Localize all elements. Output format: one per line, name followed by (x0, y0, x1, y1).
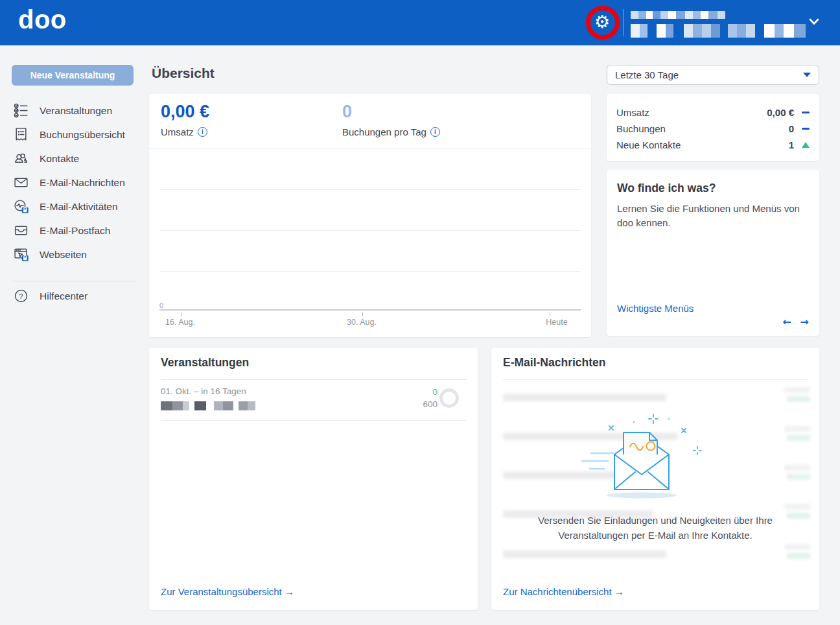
sidebar-item-kontakte[interactable]: Kontakte (0, 147, 149, 171)
messages-overview-link[interactable]: Zur Nachrichtenübersicht → (503, 586, 624, 597)
prev-arrow-icon[interactable]: ← (782, 316, 791, 328)
event-progress-donut (439, 388, 459, 408)
x-axis-tick (362, 312, 363, 316)
ghost-badge (784, 544, 810, 559)
sidebar-item-label: E-Mail-Nachrichten (40, 177, 125, 189)
revenue-chart-card: 0,00 € Umsatz i 0 Buchungen pro Tag i 0 … (149, 94, 591, 337)
redacted-event-name[interactable] (161, 401, 255, 410)
stat-row-umsatz: Umsatz 0,00 € (616, 104, 810, 121)
event-date: 01. Okt. – in 16 Tagen (161, 386, 246, 396)
umsatz-value: 0,00 € (161, 102, 209, 122)
events-overview-link[interactable]: Zur Veranstaltungsübersicht → (161, 586, 294, 597)
stat-value: 0,00 € (767, 107, 794, 118)
sidebar-item-hilfecenter[interactable]: ? Hilfecenter (0, 284, 149, 308)
x-axis-tick (181, 312, 181, 316)
chart-x-axis (159, 309, 581, 311)
stat-row-buchungen: Buchungen 0 (616, 121, 810, 137)
x-axis-tick-label: Heute (546, 318, 567, 327)
event-capacity: 600 (423, 399, 438, 409)
chevron-down-icon[interactable] (809, 18, 819, 25)
info-icon[interactable]: i (430, 127, 440, 137)
sidebar-item-email-postfach[interactable]: E-Mail-Postfach (0, 218, 149, 242)
sidebar-item-buchungsuebersicht[interactable]: Buchungsübersicht (0, 123, 149, 147)
info-card-body: Lernen Sie die Funktionen und Menüs von … (617, 202, 806, 230)
umsatz-metric: 0,00 € Umsatz i (161, 102, 209, 137)
chart-gridline (159, 189, 581, 190)
sidebar-item-email-aktivitaeten[interactable]: E-Mail-Aktivitäten (0, 195, 149, 218)
booking-receipt-icon (13, 126, 29, 143)
svg-text:?: ? (19, 292, 23, 300)
stat-label: Neue Kontakte (616, 139, 681, 150)
sidebar-item-label: E-Mail-Aktivitäten (40, 201, 118, 213)
events-card-title: Veranstaltungen (161, 356, 249, 370)
page-title: Übersicht (152, 65, 215, 81)
y-axis-tick-label: 0 (159, 301, 163, 309)
sidebar-item-email-nachrichten[interactable]: E-Mail-Nachrichten (0, 171, 149, 195)
info-icon[interactable]: i (198, 127, 207, 137)
sidebar-item-label: Veranstaltungen (40, 105, 112, 117)
x-axis-tick-label: 16. Aug. (165, 318, 195, 327)
card-divider (503, 379, 808, 380)
chart-gridline (159, 271, 581, 272)
new-event-button[interactable]: Neue Veranstaltung (12, 65, 134, 86)
sidebar-menu: Veranstaltungen Buchungsübersicht Kontak… (0, 99, 149, 266)
chart-divider (149, 148, 591, 149)
website-icon (13, 246, 29, 263)
card-divider (161, 379, 466, 380)
ghost-email-row (503, 550, 666, 558)
carousel-arrows: ← → (782, 316, 809, 328)
help-icon: ? (13, 288, 29, 304)
doo-dashboard: doo ⚙ Neue Veranstaltung Veranstaltungen (0, 0, 840, 625)
stat-label: Umsatz (616, 107, 649, 118)
sidebar-item-label: Kontakte (40, 153, 79, 165)
sidebar-divider (12, 281, 136, 281)
contacts-icon (13, 150, 29, 167)
ghost-email-row (503, 394, 666, 401)
inbox-icon (13, 222, 29, 239)
stats-summary-card: Umsatz 0,00 € Buchungen 0 Neue Kontakte … (607, 94, 819, 161)
activity-icon (13, 198, 29, 215)
redacted-user-name (631, 24, 806, 38)
caret-down-icon (803, 73, 811, 77)
ghost-badge (784, 426, 810, 441)
stat-value: 1 (789, 139, 794, 150)
stat-label: Buchungen (616, 123, 666, 134)
x-axis-tick-label: 30. Aug. (347, 318, 377, 327)
trend-flat-icon (794, 128, 810, 130)
email-empty-state-text: Versenden Sie Einladungen und Neuigkeite… (517, 513, 793, 543)
event-sold-count: 0 (432, 387, 438, 397)
sidebar-help: ? Hilfecenter (0, 284, 149, 308)
trend-flat-icon (794, 112, 810, 114)
open-envelope-illustration (570, 413, 719, 504)
sidebar-item-webseiten[interactable]: Webseiten (0, 242, 149, 266)
top-header: doo ⚙ (0, 0, 840, 45)
sidebar-item-label: E-Mail-Postfach (40, 225, 110, 237)
chart-gridline (159, 230, 581, 231)
sidebar-item-label: Webseiten (40, 249, 87, 261)
bookings-metric: 0 Buchungen pro Tag i (342, 102, 440, 137)
ghost-badge (784, 465, 810, 480)
redacted-account-name (631, 11, 725, 19)
trend-up-icon (794, 142, 810, 148)
info-card-title: Wo finde ich was? (617, 182, 809, 195)
ghost-badge (784, 387, 810, 402)
bookings-value: 0 (342, 102, 440, 122)
x-axis-tick (550, 312, 550, 316)
date-range-selected: Letzte 30 Tage (615, 69, 679, 80)
email-card-title: E-Mail-Nachrichten (503, 356, 606, 370)
stat-value: 0 (789, 123, 794, 134)
doo-logo[interactable]: doo (18, 5, 67, 34)
bookings-label: Buchungen pro Tag (342, 126, 426, 137)
email-messages-card: E-Mail-Nachrichten (491, 348, 819, 610)
onboarding-info-card: Wo finde ich was? Lernen Sie die Funktio… (607, 170, 819, 336)
sidebar-item-label: Buchungsübersicht (40, 129, 125, 141)
date-range-select[interactable]: Letzte 30 Tage (607, 65, 819, 85)
annotation-circle (586, 6, 620, 40)
sidebar-item-veranstaltungen[interactable]: Veranstaltungen (0, 99, 149, 123)
events-card: Veranstaltungen 01. Okt. – in 16 Tagen 0… (149, 348, 478, 610)
card-divider (161, 420, 466, 421)
umsatz-label: Umsatz (161, 126, 194, 137)
sidebar-item-label: Hilfecenter (40, 290, 88, 302)
wichtigste-menus-link[interactable]: Wichtigste Menüs (617, 303, 694, 314)
next-arrow-icon[interactable]: → (800, 316, 809, 328)
